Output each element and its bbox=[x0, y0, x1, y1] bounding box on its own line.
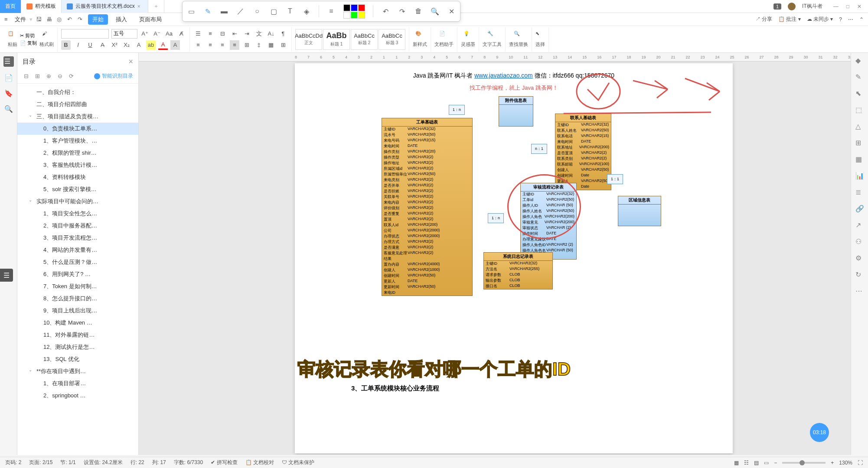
align-center-icon[interactable]: ≡ bbox=[206, 40, 215, 50]
status-proof[interactable]: 📋 文档校对 bbox=[245, 459, 274, 466]
redo-icon[interactable]: ↷ bbox=[398, 7, 406, 16]
toc-item[interactable]: 5、solr 搜索引擎模… bbox=[17, 183, 138, 195]
char-shading-button[interactable]: A bbox=[170, 40, 180, 50]
bold-button[interactable]: B bbox=[61, 40, 71, 50]
status-spellcheck[interactable]: ✔ 拼写检查 bbox=[211, 459, 237, 466]
layers-icon[interactable]: ≣ bbox=[855, 188, 864, 197]
menu-start[interactable]: 开始 bbox=[88, 14, 108, 25]
distribute-icon[interactable]: ⊞ bbox=[242, 40, 251, 50]
toc-list[interactable]: 一、自我介绍：二、项目介绍四部曲⌄三、项目描述及负责模…0、负责模块工单系…1、… bbox=[17, 84, 138, 455]
format-painter-button[interactable]: 🖌格式刷 bbox=[39, 31, 54, 48]
toc-item[interactable]: 1、客户管理模块、… bbox=[17, 135, 138, 147]
view-web-icon[interactable]: ☷ bbox=[744, 460, 749, 466]
sidebar-close-icon[interactable]: × bbox=[128, 57, 133, 66]
text-direction-icon[interactable]: 文 bbox=[254, 29, 264, 39]
shading-icon[interactable]: ▦ bbox=[266, 40, 276, 50]
font-size-select[interactable] bbox=[111, 29, 137, 39]
italic-button[interactable]: I bbox=[73, 40, 83, 50]
tab-home[interactable]: 首页 bbox=[0, 0, 21, 13]
toc-toggle-button[interactable]: ☰ bbox=[0, 269, 13, 282]
text-icon[interactable]: T bbox=[286, 7, 294, 16]
justify-icon[interactable]: ≡ bbox=[230, 40, 239, 50]
page-rail-icon[interactable]: 📄 bbox=[4, 74, 13, 82]
doc-helper-button[interactable]: 📄文档助手 bbox=[434, 31, 454, 48]
header-link[interactable]: www.javatiaozao.com bbox=[474, 72, 533, 79]
font-name-select[interactable] bbox=[61, 29, 109, 39]
remove-heading-icon[interactable]: ⊖ bbox=[56, 73, 63, 80]
paste-button[interactable]: 📋粘贴 bbox=[8, 31, 17, 48]
menu-icon[interactable]: ≡ bbox=[4, 16, 11, 23]
more-icon[interactable]: ⋯ bbox=[848, 16, 853, 23]
close-window-icon[interactable]: ✕ bbox=[857, 3, 861, 10]
highlighter-icon[interactable]: ▬ bbox=[220, 7, 228, 16]
toc-item[interactable]: 4、资料转移模块 bbox=[17, 171, 138, 183]
view-outline-icon[interactable]: ▤ bbox=[754, 460, 759, 466]
subscript-button[interactable]: X₂ bbox=[122, 40, 131, 50]
line-icon[interactable]: ／ bbox=[236, 7, 245, 16]
notification-badge[interactable]: 1 bbox=[773, 3, 781, 10]
tab-template[interactable]: 稻壳模板 bbox=[21, 0, 62, 13]
toc-item[interactable]: 11、对外暴露的链… bbox=[17, 329, 138, 341]
text-tools-button[interactable]: 🔧文字工具 bbox=[483, 31, 502, 48]
stroke-width-icon[interactable]: ≡ bbox=[327, 7, 336, 16]
line-spacing-icon[interactable]: ‡ bbox=[254, 40, 264, 50]
style-heading2[interactable]: AaBbCc标题 2 bbox=[351, 29, 378, 50]
color-palette[interactable] bbox=[343, 4, 365, 19]
grid-icon[interactable]: ⊞ bbox=[855, 139, 864, 147]
toc-item[interactable]: 1、在项目部署… bbox=[17, 377, 138, 390]
view-read-icon[interactable]: ▭ bbox=[764, 460, 769, 466]
diamond-icon[interactable]: ◆ bbox=[855, 56, 864, 65]
structure-icon[interactable]: ⚇ bbox=[855, 237, 864, 246]
help-icon[interactable]: ? bbox=[839, 16, 842, 23]
zoom-level[interactable]: 130% bbox=[839, 460, 852, 466]
avatar[interactable] bbox=[788, 3, 796, 10]
print-icon[interactable]: 🖶 bbox=[46, 16, 53, 23]
toc-item[interactable]: ⌄**你在项目中遇到… bbox=[17, 365, 138, 377]
refresh-toc-icon[interactable]: ⟳ bbox=[68, 73, 75, 80]
minimize-icon[interactable]: — bbox=[833, 3, 839, 10]
strikethrough-button[interactable]: A̶ bbox=[98, 40, 107, 50]
history-icon[interactable]: ↻ bbox=[855, 270, 864, 279]
view-print-icon[interactable]: ▦ bbox=[734, 460, 739, 466]
toc-item[interactable]: 3、客服热线统计模… bbox=[17, 159, 138, 171]
comment-button[interactable]: 📋 批注 ▾ bbox=[778, 16, 801, 23]
tab-add[interactable]: ＋ bbox=[148, 0, 164, 13]
toc-item[interactable]: 6、用到网关了? … bbox=[17, 268, 138, 280]
cursor-icon[interactable]: ⬉ bbox=[855, 89, 864, 98]
highlight-button[interactable]: ab bbox=[146, 40, 156, 50]
toc-item[interactable]: 4、网站的并发量有… bbox=[17, 244, 138, 256]
zoom-in-icon[interactable]: + bbox=[831, 460, 834, 466]
select-tool-icon[interactable]: ⬚ bbox=[855, 106, 864, 114]
pen-icon[interactable]: ✎ bbox=[203, 7, 212, 16]
cut-button[interactable]: ✂ 剪切 bbox=[20, 32, 37, 39]
pointer-icon[interactable]: ▭ bbox=[187, 7, 196, 16]
zoom-slider[interactable] bbox=[782, 462, 826, 464]
style-heading3[interactable]: AaBbCc标题 3 bbox=[379, 29, 405, 50]
delete-icon[interactable]: 🗑 bbox=[414, 7, 423, 16]
collapse-ribbon-icon[interactable]: ⌃ bbox=[859, 16, 864, 23]
inspiration-button[interactable]: 💡灵感墨 bbox=[461, 31, 475, 48]
style-heading1[interactable]: AaBb标题 1 bbox=[323, 29, 350, 50]
preview-icon[interactable]: ◎ bbox=[57, 16, 64, 23]
toc-item[interactable]: 二、项目介绍四部曲 bbox=[17, 98, 138, 110]
expand-all-icon[interactable]: ⊞ bbox=[34, 73, 41, 80]
redo-menu-icon[interactable]: ↷ bbox=[78, 16, 85, 23]
toc-item[interactable]: 13、SQL 优化 bbox=[17, 353, 138, 365]
pencil-icon[interactable]: ✎ bbox=[855, 73, 864, 81]
collapse-all-icon[interactable]: ⊟ bbox=[23, 73, 29, 80]
increase-indent-icon[interactable]: ⇥ bbox=[242, 29, 251, 39]
change-case-icon[interactable]: Aa bbox=[164, 29, 174, 39]
undo-icon[interactable]: ↶ bbox=[381, 7, 390, 16]
status-words[interactable]: 字数: 6/7330 bbox=[174, 459, 203, 466]
clear-format-icon[interactable]: A̸ bbox=[176, 29, 186, 39]
document-canvas[interactable]: 8765432112345678910111213141516171819202… bbox=[139, 53, 851, 455]
show-marks-icon[interactable]: ¶ bbox=[278, 29, 288, 39]
search-icon[interactable]: 🔍 bbox=[431, 7, 439, 16]
export-icon[interactable]: ↗ bbox=[855, 221, 864, 230]
rectangle-icon[interactable]: ▢ bbox=[269, 7, 278, 16]
font-color-button[interactable]: A bbox=[158, 40, 168, 50]
toc-item[interactable]: 12、测试执行是怎… bbox=[17, 341, 138, 353]
file-menu[interactable]: 文件 bbox=[15, 16, 26, 23]
number-list-icon[interactable]: ≡ bbox=[206, 29, 215, 39]
multilevel-list-icon[interactable]: ⊟ bbox=[218, 29, 227, 39]
